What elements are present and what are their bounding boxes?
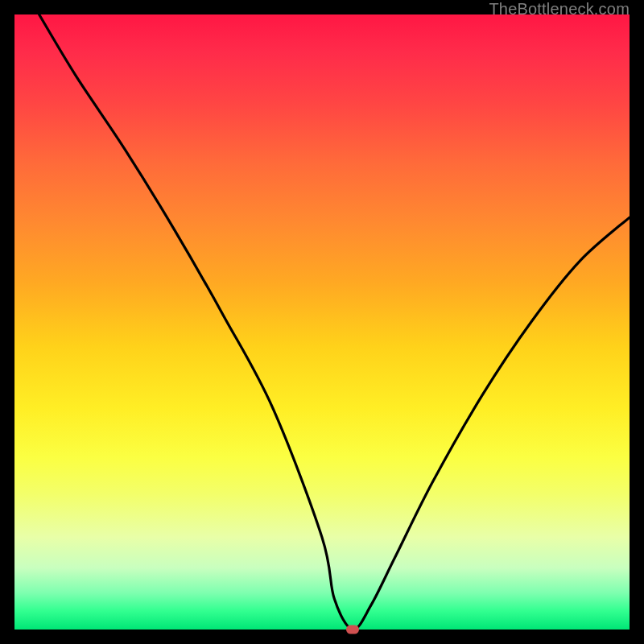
bottleneck-curve-path: [39, 14, 630, 630]
curve-svg: [14, 14, 630, 630]
minimum-marker: [346, 625, 359, 634]
plot-area: [14, 14, 630, 630]
chart-frame: TheBottleneck.com: [0, 0, 644, 644]
